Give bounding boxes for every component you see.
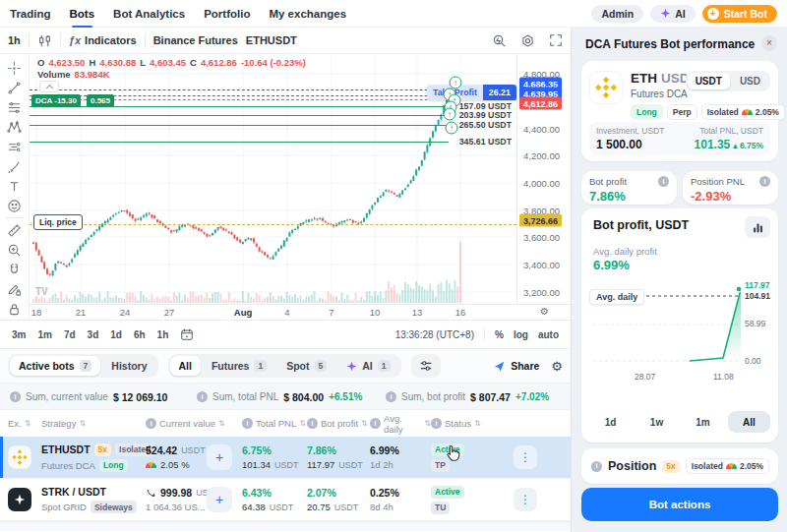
range-1h-button[interactable]: 1h	[157, 329, 169, 340]
info-icon[interactable]: i	[242, 418, 253, 429]
order-marker-icon[interactable]: ↑	[444, 108, 456, 121]
range-1w-button[interactable]: 1w	[636, 411, 678, 433]
header-strategy[interactable]: Strategy⇅	[41, 418, 146, 429]
nav-portfolio[interactable]: Portfolio	[204, 0, 250, 28]
info-icon[interactable]: i	[759, 176, 770, 187]
lock-all-tool-icon[interactable]	[2, 299, 28, 319]
count-badge: 1	[378, 360, 391, 372]
currency-toggle: USDT USD	[686, 71, 770, 91]
range-7d-button[interactable]: 7d	[64, 329, 76, 340]
range-3d-button[interactable]: 3d	[88, 329, 99, 340]
nav-my-exchanges[interactable]: My exchanges	[269, 0, 346, 28]
percent-scale-button[interactable]: %	[495, 329, 504, 340]
info-icon[interactable]: i	[307, 418, 318, 429]
info-icon[interactable]: i	[386, 391, 396, 402]
chart-canvas[interactable]: O4,623.50 H4,630.88 L4,603.45 C4,612.86 …	[30, 54, 571, 320]
table-row-ethusdt[interactable]: ETHUSDT5xIsolated Futures DCALong 524.42…	[0, 437, 571, 479]
filter-ai[interactable]: AI1	[337, 356, 398, 376]
admin-button[interactable]: Admin	[591, 5, 643, 23]
nav-bot-analytics[interactable]: Bot Analytics	[113, 0, 185, 28]
safety-order-line[interactable]	[30, 125, 449, 126]
text-tool-icon[interactable]	[2, 176, 28, 196]
add-funds-button[interactable]: +	[207, 487, 232, 512]
table-settings-gear-icon[interactable]: ⚙	[551, 359, 563, 374]
range-1d-button[interactable]: 1d	[110, 329, 122, 340]
emoji-tool-icon[interactable]	[2, 196, 28, 215]
draw-lock-tool-icon[interactable]	[2, 279, 28, 299]
range-3m-button[interactable]: 3m	[12, 329, 26, 340]
price-axis[interactable]: 4,800.00 4,400.00 4,200.00 4,000.00 3,80…	[517, 54, 571, 304]
order-marker-icon[interactable]: ↑	[446, 122, 458, 135]
info-icon[interactable]: i	[197, 391, 208, 402]
axis-settings-gear-icon[interactable]: ⚙	[540, 306, 549, 317]
header-total-pnl[interactable]: iTotal PNL⇅	[242, 418, 307, 429]
dca-value-badge: 0.565	[87, 94, 114, 107]
crosshair-tool-icon[interactable]	[2, 58, 28, 78]
close-icon[interactable]: ×	[761, 35, 777, 51]
table-row-strkusdt[interactable]: STRK / USDT Spot GRIDSideways 999.98USDT…	[0, 479, 571, 521]
zoom-in-tool-icon[interactable]	[2, 240, 28, 260]
safety-order-line[interactable]	[30, 142, 449, 143]
toggle-usd[interactable]: USD	[732, 73, 768, 89]
indicators-button[interactable]: ƒx Indicators	[69, 34, 137, 46]
header-avg-daily[interactable]: iAvg. daily⇅	[370, 413, 431, 435]
collapse-indicator-button[interactable]	[39, 81, 59, 92]
header-current-value[interactable]: iCurrent value⇅	[146, 418, 242, 429]
filter-spot[interactable]: Spot5	[277, 356, 335, 376]
time-axis[interactable]: 18 21 24 27 Aug 4 7 10 13 16	[30, 305, 571, 320]
toggle-usdt[interactable]: USDT	[688, 73, 730, 89]
symbol-selector[interactable]: ETHUSDT	[246, 34, 297, 46]
info-icon[interactable]: i	[591, 461, 602, 472]
ai-button[interactable]: AI	[650, 5, 696, 23]
bot-actions-button[interactable]: Bot actions	[581, 488, 778, 521]
magnet-tool-icon[interactable]	[2, 260, 28, 279]
add-funds-button[interactable]: +	[207, 444, 232, 470]
fullscreen-icon[interactable]	[549, 33, 563, 47]
row-menu-button[interactable]: ⋮	[514, 445, 537, 469]
filters-sliders-icon[interactable]	[411, 354, 441, 378]
header-ex[interactable]: Ex.⇅	[8, 418, 41, 429]
range-1m-button[interactable]: 1m	[37, 329, 51, 340]
start-bot-button[interactable]: + Start Bot	[702, 5, 777, 23]
share-button[interactable]: Share	[493, 360, 539, 373]
info-icon[interactable]: i	[370, 418, 381, 429]
range-all-button[interactable]: All	[728, 411, 770, 433]
row-menu-button[interactable]: ⋮	[514, 488, 537, 511]
info-icon[interactable]: i	[10, 391, 21, 402]
liq-price-badge: 3,726.66	[519, 214, 562, 227]
xabcd-pattern-tool-icon[interactable]	[2, 117, 28, 137]
info-icon[interactable]: i	[431, 418, 442, 429]
tab-history[interactable]: History	[102, 356, 155, 376]
filter-all[interactable]: All	[170, 356, 201, 376]
info-icon[interactable]: i	[658, 176, 669, 187]
candle-style-button[interactable]	[37, 33, 52, 48]
header-bot-profit[interactable]: iBot profit⇅	[307, 418, 370, 429]
range-1m-button[interactable]: 1m	[682, 411, 724, 433]
trend-line-tool-icon[interactable]	[2, 78, 28, 97]
order-marker-icon[interactable]: ↑	[450, 77, 462, 89]
chart-type-icon[interactable]	[745, 216, 770, 238]
info-icon[interactable]: i	[146, 418, 156, 429]
projection-tool-icon[interactable]	[2, 137, 28, 156]
snapshot-camera-icon[interactable]	[492, 33, 507, 48]
safety-order-line[interactable]	[30, 115, 449, 116]
bots-tabs-row: Active bots7 History All Futures1 Spot5 …	[0, 348, 571, 383]
clock-readout[interactable]: 13:36:28 (UTC+8)	[395, 329, 474, 340]
brush-tool-icon[interactable]	[2, 156, 28, 176]
auto-scale-button[interactable]: auto	[538, 329, 559, 340]
ruler-tool-icon[interactable]	[2, 220, 28, 240]
tab-active-bots[interactable]: Active bots7	[10, 356, 100, 376]
range-1d-button[interactable]: 1d	[589, 411, 632, 433]
header-status[interactable]: iStatus⇅	[431, 418, 500, 429]
nav-bots[interactable]: Bots	[70, 0, 95, 28]
interval-button[interactable]: 1h	[8, 34, 21, 46]
filter-futures[interactable]: Futures1	[203, 356, 275, 376]
fib-retracement-tool-icon[interactable]	[2, 97, 28, 117]
exchange-selector[interactable]: Binance Futures	[153, 34, 238, 46]
chart-settings-gear-icon[interactable]	[520, 33, 535, 48]
log-scale-button[interactable]: log	[514, 329, 528, 340]
binance-icon	[8, 445, 31, 469]
nav-trading[interactable]: Trading	[10, 0, 51, 28]
go-to-date-calendar-icon[interactable]	[180, 327, 194, 341]
range-6h-button[interactable]: 6h	[134, 329, 146, 340]
